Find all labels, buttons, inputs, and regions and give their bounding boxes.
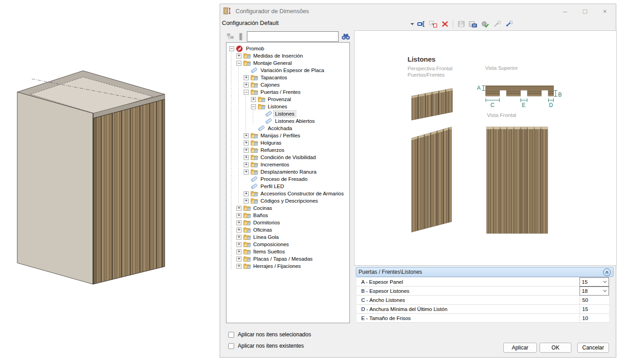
export-configuration-icon[interactable] bbox=[468, 19, 478, 29]
window-title: Configurador de Dimensões bbox=[236, 8, 309, 15]
config-dropdown-caret-icon[interactable] bbox=[410, 23, 414, 25]
tree-item-acolchada[interactable]: Acolchada bbox=[226, 125, 349, 132]
apply-configuration-icon[interactable] bbox=[480, 19, 490, 29]
front-view-label: Vista Frontal bbox=[487, 112, 516, 118]
copy-configuration-icon[interactable] bbox=[428, 19, 438, 29]
tree-item-incrementos[interactable]: +Incrementos bbox=[226, 161, 349, 168]
expand-icon[interactable]: + bbox=[236, 53, 241, 58]
collapse-icon[interactable]: – bbox=[244, 90, 249, 95]
close-button[interactable]: × bbox=[595, 4, 615, 18]
maximize-button[interactable]: □ bbox=[575, 4, 595, 18]
tree-item-composiciones[interactable]: +Composiciones bbox=[226, 241, 349, 248]
expand-icon[interactable]: + bbox=[244, 148, 249, 153]
collapse-all-tree-icon[interactable] bbox=[226, 32, 236, 41]
checkbox-icon[interactable] bbox=[228, 343, 234, 349]
ok-button[interactable]: OK bbox=[540, 343, 571, 353]
perspective-large-panel bbox=[412, 127, 452, 232]
tree-item-refuerzos[interactable]: +Refuerzos bbox=[226, 146, 349, 154]
expand-icon[interactable]: + bbox=[244, 83, 249, 87]
find-icon[interactable] bbox=[341, 32, 351, 41]
expand-icon[interactable]: + bbox=[244, 141, 249, 146]
tree-search-input[interactable] bbox=[247, 31, 339, 42]
tree-item-listones-abiertos[interactable]: Listones Abiertos bbox=[226, 117, 349, 125]
tree-item-perfil-led[interactable]: Perfil LED bbox=[226, 183, 349, 190]
folder-icon bbox=[251, 190, 259, 197]
title-bar[interactable]: Configurador de Dimensões – □ × bbox=[220, 4, 616, 18]
top-view-label: Vista Superior bbox=[485, 65, 518, 71]
tree-item-desplazamiento-ranura[interactable]: +Desplazamiento Ranura bbox=[226, 168, 349, 175]
property-value-dropdown[interactable]: 18 bbox=[580, 286, 609, 296]
tree-item-condición-de-visibilidad[interactable]: +Condición de Visibilidad bbox=[226, 154, 349, 161]
expand-icon[interactable]: + bbox=[236, 242, 241, 247]
tree-item-placas-tapas-mesadas[interactable]: +Placas / Tapas / Mesadas bbox=[226, 255, 349, 262]
tree-item-holguras[interactable]: +Holguras bbox=[226, 139, 349, 146]
tree-item-códigos-y-descripciones[interactable]: +Códigos y Descripciones bbox=[226, 197, 349, 204]
tree-item-medidas-de-inserción[interactable]: +Medidas de Inserción bbox=[226, 52, 349, 59]
expand-icon[interactable]: + bbox=[236, 235, 241, 240]
front-view-panel bbox=[486, 127, 548, 233]
expand-icon[interactable]: + bbox=[244, 155, 249, 160]
checkbox-row-2[interactable]: Aplicar nos itens existentes bbox=[228, 343, 304, 349]
tree-item-montaje-general[interactable]: –Montaje General bbox=[226, 59, 349, 67]
expand-icon[interactable]: + bbox=[244, 191, 249, 196]
expand-icon[interactable]: + bbox=[244, 199, 249, 204]
configuration-dropdown[interactable]: Configuración Default bbox=[222, 19, 279, 26]
tree-item-accesorios-constructor-de-armarios[interactable]: +Accesorios Constructor de Armarios bbox=[226, 190, 349, 197]
tree-item-label: Holguras bbox=[259, 140, 283, 146]
collapse-icon[interactable]: – bbox=[229, 46, 234, 51]
expand-icon[interactable]: + bbox=[236, 257, 241, 262]
property-value-input[interactable]: 50 bbox=[580, 296, 609, 304]
tree-item-cajones[interactable]: +Cajones bbox=[226, 81, 349, 88]
folder-icon bbox=[251, 147, 259, 153]
collapse-icon[interactable]: – bbox=[236, 61, 241, 66]
checkbox-row-1[interactable]: Aplicar nos itens selecionados bbox=[228, 331, 311, 338]
folder-icon bbox=[251, 82, 259, 88]
tree-item-listones[interactable]: –Listones bbox=[226, 103, 349, 110]
tree-item-dormitorios[interactable]: +Dormitorios bbox=[226, 219, 349, 226]
expand-icon[interactable]: + bbox=[236, 264, 241, 269]
expand-all-tree-icon[interactable] bbox=[236, 32, 246, 41]
tree-item-baños[interactable]: +Baños bbox=[226, 212, 349, 219]
tree-guide bbox=[236, 183, 244, 190]
expand-icon[interactable]: + bbox=[236, 213, 241, 218]
tree-item-cocinas[interactable]: +Cocinas bbox=[226, 204, 349, 212]
tree-item-variación-espesor-de-placa[interactable]: Variación Espesor de Placa bbox=[226, 67, 349, 74]
expand-icon[interactable]: + bbox=[251, 97, 256, 102]
tree-item-ítems-sueltos[interactable]: +Ítems Sueltos bbox=[226, 248, 349, 255]
tree-guide bbox=[236, 161, 244, 168]
property-value-input[interactable]: 10 bbox=[580, 314, 609, 322]
tree-guide bbox=[244, 117, 251, 125]
expand-icon[interactable]: + bbox=[244, 162, 249, 167]
rename-configuration-icon[interactable] bbox=[416, 19, 427, 29]
tree-guide bbox=[244, 110, 251, 117]
tree-item-línea-gola[interactable]: +Línea Gola bbox=[226, 233, 349, 241]
minimize-button[interactable]: – bbox=[555, 4, 575, 18]
tree-item-promob[interactable]: –Promob bbox=[226, 45, 349, 52]
tree-item-provenzal[interactable]: +Provenzal bbox=[226, 96, 349, 103]
tree-item-tapacantos[interactable]: +Tapacantos bbox=[226, 74, 349, 81]
expand-icon[interactable]: + bbox=[236, 220, 241, 225]
cancel-button[interactable]: Cancelar bbox=[577, 343, 609, 353]
collapse-icon[interactable]: – bbox=[251, 104, 256, 109]
property-value-input[interactable]: 15 bbox=[580, 305, 609, 313]
expand-icon[interactable]: + bbox=[236, 249, 241, 254]
expand-icon[interactable]: + bbox=[244, 133, 249, 138]
expand-icon[interactable]: + bbox=[236, 206, 241, 211]
tree-item-listones[interactable]: Listones bbox=[226, 110, 349, 117]
checkbox-icon[interactable] bbox=[228, 332, 234, 338]
expand-icon[interactable]: + bbox=[244, 75, 249, 80]
expand-icon[interactable]: + bbox=[236, 228, 241, 233]
tree-item-herrajes-fijaciones[interactable]: +Herrajes / Fijaciones bbox=[226, 262, 349, 270]
delete-configuration-icon[interactable] bbox=[440, 19, 450, 29]
property-value-dropdown[interactable]: 15 bbox=[580, 277, 609, 286]
import-dimensions-icon[interactable] bbox=[503, 19, 514, 29]
tree-item-oficinas[interactable]: +Oficinas bbox=[226, 226, 349, 233]
tree-item-manijas-perfiles[interactable]: +Manijas / Perfiles bbox=[226, 132, 349, 139]
tree-item-puertas-frentes[interactable]: –Puertas / Frentes bbox=[226, 88, 349, 96]
collapse-group-icon[interactable] bbox=[603, 268, 611, 276]
apply-button[interactable]: Aplicar bbox=[503, 343, 537, 353]
tree-item-proceso-de-fresado[interactable]: Proceso de Fresado bbox=[226, 175, 349, 183]
folder-icon bbox=[243, 263, 252, 269]
properties-group-header[interactable]: Puertas / Frentes\Listones bbox=[356, 267, 614, 277]
expand-icon[interactable]: + bbox=[244, 170, 249, 175]
